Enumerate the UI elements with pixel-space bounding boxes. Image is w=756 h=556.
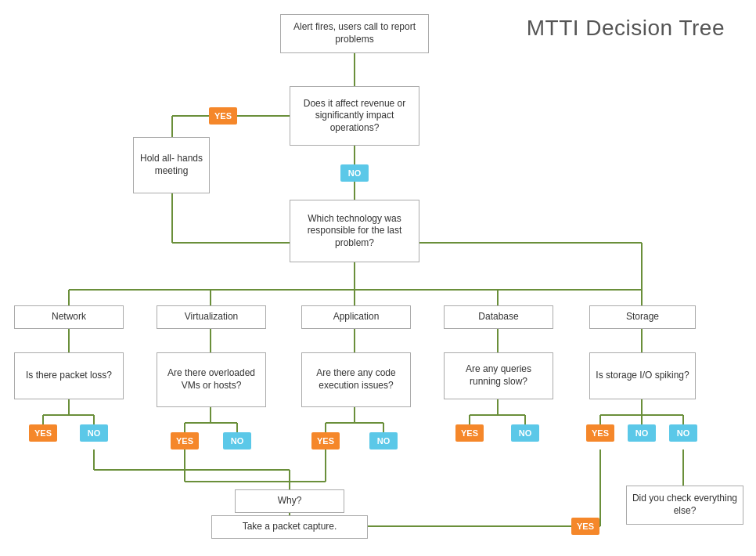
why-box: Why? bbox=[235, 489, 344, 513]
q-network-box: Is there packet loss? bbox=[14, 352, 124, 399]
virt-yes-badge: YES bbox=[171, 432, 199, 449]
app-yes-badge: YES bbox=[311, 432, 340, 449]
network-yes-badge: YES bbox=[29, 424, 57, 442]
q1-box: Does it affect revenue or significantly … bbox=[290, 86, 419, 146]
stor-packet-yes-badge: YES bbox=[571, 518, 599, 535]
page-title: MTTI Decision Tree bbox=[527, 16, 725, 41]
q-virt-box: Are there overloaded VMs or hosts? bbox=[157, 352, 266, 407]
q1-no-badge: NO bbox=[340, 164, 369, 182]
q-stor-box: Is storage I/O spiking? bbox=[589, 352, 696, 399]
start-box: Alert fires, users call to report proble… bbox=[280, 14, 429, 53]
q-app-box: Are there any code execution issues? bbox=[301, 352, 411, 407]
network-box: Network bbox=[14, 305, 124, 329]
db-no-badge: NO bbox=[511, 424, 539, 442]
app-no-badge: NO bbox=[369, 432, 398, 449]
application-box: Application bbox=[301, 305, 411, 329]
q2-box: Which technology was responsible for the… bbox=[290, 200, 419, 262]
packet-box: Take a packet capture. bbox=[211, 515, 368, 539]
q-db-box: Are any queries running slow? bbox=[444, 352, 553, 399]
stor-no2-badge: NO bbox=[669, 424, 697, 442]
q1-yes-badge: YES bbox=[209, 107, 237, 125]
stor-no1-badge: NO bbox=[628, 424, 656, 442]
database-box: Database bbox=[444, 305, 553, 329]
stor-yes-badge: YES bbox=[586, 424, 614, 442]
check-else-box: Did you check everything else? bbox=[626, 486, 743, 525]
virtualization-box: Virtualization bbox=[157, 305, 266, 329]
virt-no-badge: NO bbox=[223, 432, 251, 449]
storage-box: Storage bbox=[589, 305, 696, 329]
network-no-badge: NO bbox=[80, 424, 108, 442]
db-yes-badge: YES bbox=[455, 424, 484, 442]
hold-box: Hold all- hands meeting bbox=[133, 137, 210, 193]
